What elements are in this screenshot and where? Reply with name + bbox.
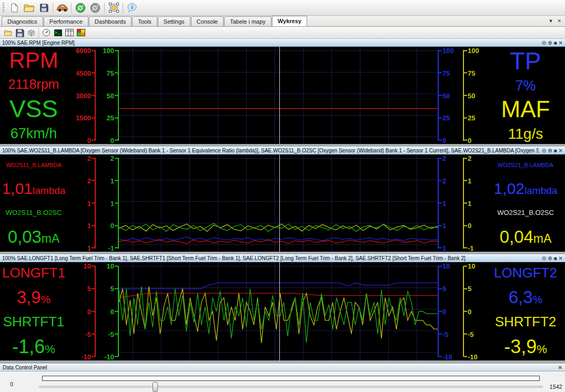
tab-diagnostics[interactable]: Diagnostics bbox=[2, 16, 43, 26]
connect-button[interactable] bbox=[73, 1, 88, 15]
value-labels-right: LONGFT26,3%SHRTFT2-3,9% bbox=[486, 262, 565, 360]
tab-wykresy[interactable]: Wykresy bbox=[272, 16, 307, 26]
map-view-button[interactable] bbox=[75, 27, 87, 38]
tabbar-overflow-controls: ▼✕ bbox=[545, 18, 565, 24]
data-control-panel-titlebar[interactable]: Data Control Panel ✕ bbox=[0, 364, 565, 372]
axis-tick: -5 bbox=[438, 330, 449, 338]
axis-tick: 6000 bbox=[76, 47, 95, 55]
axis-tick: 0 bbox=[110, 222, 118, 230]
slider-max-label: 1542 bbox=[550, 384, 562, 390]
value-readout: 3,9% bbox=[17, 290, 51, 305]
zoom-out-icon[interactable]: ⊖ bbox=[542, 256, 546, 261]
signal-label: LONGFT2 bbox=[494, 267, 557, 280]
series-sae-longft2 bbox=[119, 283, 438, 288]
close-icon[interactable]: ✕ bbox=[559, 148, 563, 153]
main-toolbar: i bbox=[0, 0, 565, 16]
tab-dashboards[interactable]: Dashboards bbox=[89, 16, 132, 26]
snapshot-icon[interactable]: ■ bbox=[554, 256, 557, 261]
signal-label: TP bbox=[510, 50, 541, 72]
plot-area[interactable] bbox=[119, 47, 438, 144]
dashboard-edit-icon bbox=[108, 2, 119, 13]
plot-area[interactable] bbox=[119, 262, 438, 360]
toolbar-grip[interactable] bbox=[3, 3, 4, 13]
zoom-in-icon[interactable]: ⊕ bbox=[548, 256, 552, 261]
zoom-out-icon[interactable]: ⊖ bbox=[542, 148, 546, 153]
axis-tp: 1007550250 bbox=[438, 47, 463, 144]
axis-tick: -1 bbox=[108, 244, 118, 252]
value-readout: 0,03mA bbox=[8, 229, 60, 245]
table-view-button[interactable] bbox=[64, 27, 75, 38]
axis-wo2s11-b-lambda: 22111 bbox=[67, 154, 96, 252]
axis-tick: 1 bbox=[463, 199, 471, 207]
axis-tick: 2 bbox=[110, 154, 118, 162]
axis-tick: 10 bbox=[438, 262, 450, 270]
axis-tick: -5 bbox=[85, 330, 95, 338]
slider-thumb[interactable] bbox=[153, 382, 158, 392]
export-button[interactable] bbox=[25, 27, 37, 38]
value-readout: -3,9% bbox=[504, 338, 547, 355]
axis-wo2s11-b-o2sc: 2110-1 bbox=[96, 154, 119, 252]
tab-console[interactable]: Console bbox=[191, 16, 224, 26]
panel-title: 100% SAE.LONGFT1 [Long Term Fuel Trim - … bbox=[2, 255, 539, 261]
axis-longft2: 1050-5-10 bbox=[438, 262, 463, 360]
open-folder-button[interactable] bbox=[22, 1, 36, 15]
tab-tabele-i-mapy[interactable]: Tabele i mapy bbox=[224, 16, 271, 26]
new-file-button[interactable] bbox=[7, 1, 22, 15]
open-icon bbox=[4, 29, 12, 36]
gauge-icon bbox=[42, 28, 51, 37]
close-icon[interactable]: ✕ bbox=[557, 18, 561, 24]
close-icon[interactable]: ✕ bbox=[559, 256, 563, 261]
chevron-down-icon[interactable]: ▼ bbox=[549, 18, 553, 24]
data-control-panel-title: Data Control Panel bbox=[3, 365, 47, 370]
axis-tick: 2 bbox=[463, 154, 471, 162]
tab-settings[interactable]: Settings bbox=[158, 16, 190, 26]
signal-label: VSS bbox=[9, 98, 58, 120]
snapshot-icon[interactable]: ■ bbox=[554, 148, 557, 153]
position-slider[interactable] bbox=[39, 386, 543, 388]
chart-toolbar bbox=[0, 27, 565, 39]
disconnect-icon bbox=[90, 3, 100, 13]
zoom-in-icon[interactable]: ⊕ bbox=[548, 148, 552, 153]
plot-area[interactable] bbox=[119, 154, 438, 252]
open-button[interactable] bbox=[2, 27, 14, 38]
gauge-button[interactable] bbox=[41, 27, 52, 38]
close-icon[interactable]: ✕ bbox=[558, 365, 562, 370]
snapshot-icon[interactable]: ■ bbox=[554, 40, 557, 46]
dashboard-edit-button[interactable] bbox=[106, 1, 121, 15]
axis-tick: 2 bbox=[438, 177, 446, 184]
value-readout: 11g/s bbox=[508, 127, 543, 141]
series-wo2s21-b-lambda bbox=[119, 237, 438, 241]
value-readout: 2118rpm bbox=[8, 78, 59, 90]
axis-tick: -1 bbox=[463, 244, 474, 252]
close-icon[interactable]: ✕ bbox=[559, 40, 563, 46]
save-icon bbox=[39, 3, 49, 13]
value-readout: 67km/h bbox=[11, 127, 57, 140]
vehicle-button[interactable] bbox=[55, 1, 69, 15]
tab-tools[interactable]: Tools bbox=[132, 16, 157, 26]
series-sae-shrtft1 bbox=[119, 286, 438, 343]
save-button[interactable] bbox=[36, 1, 51, 15]
save-button[interactable] bbox=[14, 27, 25, 38]
value-labels-left: RPM2118rpmVSS67km/h bbox=[0, 47, 67, 144]
tab-performance[interactable]: Performance bbox=[44, 16, 88, 26]
zoom-out-icon[interactable]: ⊖ bbox=[542, 40, 546, 46]
axis-tick: -10 bbox=[463, 353, 478, 360]
value-readout: 6,3% bbox=[509, 290, 543, 305]
panel-titlebar[interactable]: 100% SAE.RPM [Engine RPM]⊖⊕■✕ bbox=[0, 39, 565, 47]
info-button[interactable]: i bbox=[125, 1, 139, 15]
panel-titlebar[interactable]: 100% SAE.WO2S11_B.LAMBDA [Oxygen Sensor … bbox=[0, 147, 565, 154]
table-view-icon bbox=[65, 29, 74, 36]
chart-panel-3: 100% SAE.LONGFT1 [Long Term Fuel Trim - … bbox=[0, 254, 565, 360]
axis-tick: 1500 bbox=[76, 114, 95, 122]
panel-body: WO2S11_B.LAMBDA1,01lambdaWO2S11_B.O2SC0,… bbox=[0, 154, 565, 252]
console-view-button[interactable] bbox=[52, 27, 64, 38]
panel-titlebar[interactable]: 100% SAE.LONGFT1 [Long Term Fuel Trim - … bbox=[0, 254, 565, 262]
signal-label: WO2S11_B.O2SC bbox=[6, 209, 62, 216]
zoom-in-icon[interactable]: ⊕ bbox=[548, 40, 552, 46]
svg-text:i: i bbox=[131, 4, 133, 10]
chart-panel-1: 100% SAE.RPM [Engine RPM]⊖⊕■✕RPM2118rpmV… bbox=[0, 39, 565, 144]
axis-tick: 1 bbox=[87, 222, 95, 230]
panel-body: LONGFT13,9%SHRTFT1-1,6%1050-5-101050-5-1… bbox=[0, 262, 565, 360]
axis-tick: 25 bbox=[107, 114, 118, 122]
disconnect-button[interactable] bbox=[88, 1, 103, 15]
